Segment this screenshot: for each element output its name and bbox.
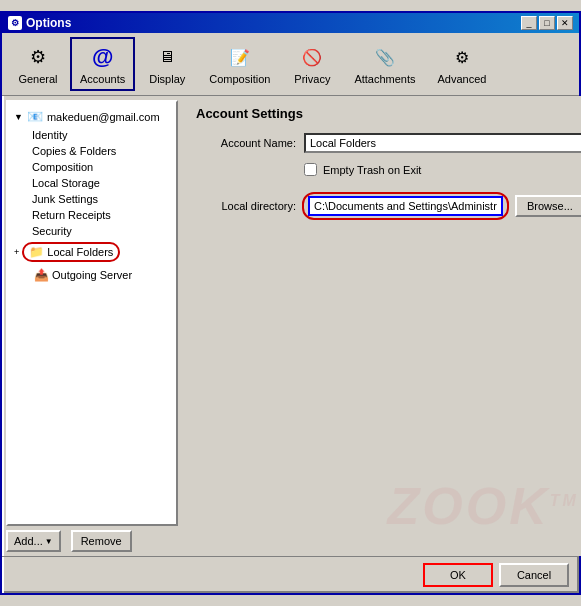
display-icon: 🖥 xyxy=(153,43,181,71)
remove-button-label: Remove xyxy=(81,535,122,547)
sidebar-item-return-receipts[interactable]: Return Receipts xyxy=(26,207,176,223)
sidebar-item-composition[interactable]: Composition xyxy=(26,159,176,175)
sidebar-item-copies-folders[interactable]: Copies & Folders xyxy=(26,143,176,159)
toolbar-advanced[interactable]: ⚙ Advanced xyxy=(428,37,497,91)
cancel-label: Cancel xyxy=(517,569,551,581)
account-name-input[interactable] xyxy=(304,133,581,153)
outgoing-icon: 📤 xyxy=(34,268,49,282)
sidebar-email-account[interactable]: ▼ 📧 makeduen@gmail.com xyxy=(8,106,176,127)
composition-icon: 📝 xyxy=(226,43,254,71)
display-label: Display xyxy=(149,73,185,85)
email-address: makeduen@gmail.com xyxy=(47,111,160,123)
title-bar-buttons: _ □ ✕ xyxy=(521,16,573,30)
advanced-icon: ⚙ xyxy=(448,43,476,71)
remove-button[interactable]: Remove xyxy=(71,530,132,552)
advanced-label: Advanced xyxy=(438,73,487,85)
close-button[interactable]: ✕ xyxy=(557,16,573,30)
local-dir-label: Local directory: xyxy=(196,200,296,212)
outgoing-server-label: Outgoing Server xyxy=(52,269,132,281)
privacy-label: Privacy xyxy=(294,73,330,85)
ok-button[interactable]: OK xyxy=(423,563,493,587)
main-title: Account Settings xyxy=(196,106,581,121)
account-name-row: Account Name: xyxy=(196,133,581,153)
cancel-button[interactable]: Cancel xyxy=(499,563,569,587)
toolbar-general[interactable]: ⚙ General xyxy=(8,37,68,91)
title-bar: ⚙ Options _ □ ✕ xyxy=(2,13,579,33)
content-area: ▼ 📧 makeduen@gmail.com Identity Copies &… xyxy=(2,96,579,556)
window-icon: ⚙ xyxy=(8,16,22,30)
main-panel: Account Settings Account Name: Empty Tra… xyxy=(182,96,581,556)
account-name-label: Account Name: xyxy=(196,137,296,149)
toolbar-composition[interactable]: 📝 Composition xyxy=(199,37,280,91)
accounts-icon: @ xyxy=(89,43,117,71)
folder-icon: 📁 xyxy=(29,245,44,259)
general-icon: ⚙ xyxy=(24,43,52,71)
sidebar-item-junk-settings[interactable]: Junk Settings xyxy=(26,191,176,207)
sidebar-item-identity[interactable]: Identity xyxy=(26,127,176,143)
tm-mark: TM xyxy=(550,492,579,509)
watermark: ZOOKTM xyxy=(388,476,579,536)
sidebar-item-local-storage[interactable]: Local Storage xyxy=(26,175,176,191)
sidebar-local-folders[interactable]: + 📁 Local Folders xyxy=(8,239,176,265)
composition-label: Composition xyxy=(209,73,270,85)
maximize-button[interactable]: □ xyxy=(539,16,555,30)
title-bar-left: ⚙ Options xyxy=(8,16,71,30)
toolbar-accounts[interactable]: @ Accounts xyxy=(70,37,135,91)
local-folders-label: Local Folders xyxy=(47,246,113,258)
sidebar-outgoing-server[interactable]: 📤 Outgoing Server xyxy=(8,265,176,285)
dir-highlight xyxy=(302,192,509,220)
window-title: Options xyxy=(26,16,71,30)
ok-label: OK xyxy=(450,569,466,581)
browse-button[interactable]: Browse... xyxy=(515,195,581,217)
sidebar-item-security[interactable]: Security xyxy=(26,223,176,239)
minimize-button[interactable]: _ xyxy=(521,16,537,30)
local-folders-expand: + xyxy=(14,247,19,257)
general-label: General xyxy=(18,73,57,85)
add-dropdown-arrow: ▼ xyxy=(45,537,53,546)
empty-trash-row: Empty Trash on Exit xyxy=(304,163,581,176)
local-dir-row: Local directory: Browse... xyxy=(196,192,581,220)
expand-icon: ▼ xyxy=(14,112,23,122)
toolbar: ⚙ General @ Accounts 🖥 Display 📝 Composi… xyxy=(2,33,579,96)
sidebar: ▼ 📧 makeduen@gmail.com Identity Copies &… xyxy=(6,100,178,526)
local-folders-highlight: 📁 Local Folders xyxy=(22,242,120,262)
options-window: ⚙ Options _ □ ✕ ⚙ General @ Accounts 🖥 D… xyxy=(0,11,581,595)
sidebar-actions: Add... ▼ Remove xyxy=(6,526,178,552)
attachments-label: Attachments xyxy=(354,73,415,85)
add-button-label: Add... xyxy=(14,535,43,547)
toolbar-attachments[interactable]: 📎 Attachments xyxy=(344,37,425,91)
toolbar-display[interactable]: 🖥 Display xyxy=(137,37,197,91)
browse-label: Browse... xyxy=(527,200,573,212)
sidebar-sub-items: Identity Copies & Folders Composition Lo… xyxy=(8,127,176,239)
toolbar-privacy[interactable]: 🚫 Privacy xyxy=(282,37,342,91)
privacy-icon: 🚫 xyxy=(298,43,326,71)
empty-trash-checkbox[interactable] xyxy=(304,163,317,176)
attachments-icon: 📎 xyxy=(371,43,399,71)
email-icon: 📧 xyxy=(27,109,43,124)
local-dir-input[interactable] xyxy=(308,196,503,216)
zook-watermark: ZOOKTM xyxy=(388,477,579,535)
footer: OK Cancel xyxy=(2,556,579,593)
accounts-label: Accounts xyxy=(80,73,125,85)
add-button[interactable]: Add... ▼ xyxy=(6,530,61,552)
empty-trash-label: Empty Trash on Exit xyxy=(323,164,421,176)
